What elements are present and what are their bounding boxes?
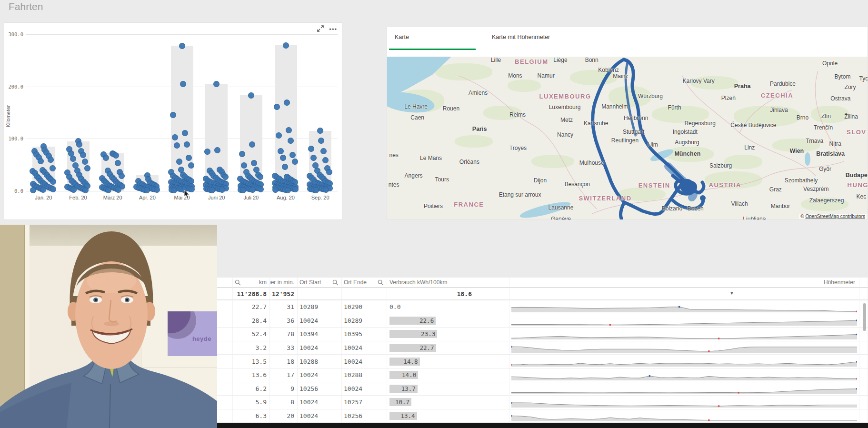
trip-data-point[interactable] bbox=[50, 165, 56, 171]
map-city-label: Linz bbox=[744, 144, 755, 151]
trip-data-point[interactable] bbox=[84, 165, 90, 171]
search-icon[interactable] bbox=[235, 279, 241, 286]
trip-data-point[interactable] bbox=[249, 187, 256, 193]
map-city-label: Bonn bbox=[585, 57, 599, 63]
trip-data-point[interactable] bbox=[274, 104, 280, 110]
trip-data-point[interactable] bbox=[40, 187, 46, 193]
cell-ort-start: 10394 bbox=[298, 328, 342, 341]
trip-data-point[interactable] bbox=[313, 187, 319, 193]
map-city-label: Metz bbox=[560, 117, 573, 123]
trip-data-point[interactable] bbox=[283, 42, 289, 49]
trip-data-point[interactable] bbox=[240, 187, 246, 193]
elevation-sparkline bbox=[511, 317, 857, 326]
header-hoehenmeter[interactable]: Höhenmeter bbox=[509, 278, 859, 288]
trip-data-point[interactable] bbox=[154, 187, 160, 193]
trip-data-point[interactable] bbox=[119, 173, 125, 179]
table-row[interactable]: 52.478103941039523.3 bbox=[194, 328, 868, 341]
trip-data-point[interactable] bbox=[320, 148, 327, 154]
trip-data-point[interactable] bbox=[115, 187, 121, 193]
table-row[interactable]: 5.98100241025710.7 bbox=[194, 396, 868, 409]
table-row[interactable]: 13.518102881002414.8 bbox=[194, 355, 868, 368]
verbrauch-bar: 13.7 bbox=[389, 385, 418, 393]
header-ort-start[interactable]: Ort Start bbox=[298, 278, 342, 288]
trip-data-point[interactable] bbox=[285, 187, 291, 193]
trip-data-point[interactable] bbox=[179, 43, 185, 49]
cell-ort-ende: 10288 bbox=[342, 368, 387, 382]
header-dauer[interactable]: Dauer in min. bbox=[270, 278, 298, 288]
trip-data-point[interactable] bbox=[144, 187, 150, 193]
table-row[interactable]: 6.29102561002413.7 bbox=[194, 382, 868, 396]
trip-data-point[interactable] bbox=[292, 159, 298, 165]
trip-data-point[interactable] bbox=[258, 186, 264, 192]
table-row[interactable]: 13.617100241028814.0 bbox=[194, 368, 868, 382]
trip-data-point[interactable] bbox=[80, 152, 86, 158]
search-icon[interactable] bbox=[332, 279, 339, 286]
trip-data-point[interactable] bbox=[280, 155, 286, 161]
osm-attribution-link[interactable]: OpenStreetMap contributors bbox=[805, 214, 865, 219]
trip-data-point[interactable] bbox=[249, 141, 255, 148]
search-icon[interactable] bbox=[378, 279, 384, 286]
trip-data-point[interactable] bbox=[248, 92, 254, 99]
trip-data-point[interactable] bbox=[292, 186, 299, 192]
trip-data-point[interactable] bbox=[180, 81, 186, 87]
horizontal-scrollbar[interactable] bbox=[194, 423, 868, 428]
trip-data-point[interactable] bbox=[222, 174, 229, 180]
trip-data-point[interactable] bbox=[50, 186, 56, 192]
trip-data-point[interactable] bbox=[171, 187, 177, 193]
sort-indicator-icon[interactable]: ▼ bbox=[729, 291, 734, 296]
trip-data-point[interactable] bbox=[50, 179, 56, 185]
trip-data-point[interactable] bbox=[284, 100, 290, 106]
map-city-label: Győr bbox=[819, 166, 831, 172]
trip-data-point[interactable] bbox=[172, 134, 178, 140]
table-row[interactable]: 22.73110289102900.0 bbox=[194, 300, 868, 314]
header-verbrauch[interactable]: Verbrauch kWh/100km bbox=[387, 278, 509, 288]
map-city-label: Tyc bbox=[859, 75, 868, 82]
trip-data-point[interactable] bbox=[239, 151, 245, 157]
trip-data-point[interactable] bbox=[70, 156, 76, 162]
trip-data-point[interactable] bbox=[76, 141, 82, 148]
table-row[interactable]: 3.233100241002422.7 bbox=[194, 341, 868, 355]
header-ort-ende[interactable]: Ort Ende bbox=[342, 278, 387, 288]
trip-data-point[interactable] bbox=[38, 158, 44, 164]
trip-data-point[interactable] bbox=[209, 187, 215, 193]
trip-data-point[interactable] bbox=[272, 187, 279, 193]
map-city-label: Reutlingen bbox=[611, 137, 639, 144]
chart-plot-area[interactable]: 0.0100.0200.0300.0Jan. 20Feb. 20März 20A… bbox=[4, 23, 343, 220]
trip-data-point[interactable] bbox=[48, 157, 54, 163]
trip-data-point[interactable] bbox=[82, 187, 89, 193]
map-tabbar: KarteKarte mit Höhenmeter bbox=[387, 27, 868, 57]
table-row[interactable]: 28.436100241028922.6 bbox=[194, 314, 868, 328]
trip-data-point[interactable] bbox=[326, 169, 332, 175]
map-canvas[interactable]: BELGIUMLUXEMBOURGFRANCECZECHIAAUSTRIASWI… bbox=[387, 57, 868, 220]
trip-data-point[interactable] bbox=[213, 81, 219, 87]
trip-data-point[interactable] bbox=[282, 164, 288, 170]
map-attribution[interactable]: © OpenStreetMap contributors bbox=[799, 214, 867, 219]
totals-hoehenmeter: ▼ bbox=[509, 288, 859, 300]
trip-data-point[interactable] bbox=[323, 187, 329, 193]
trip-data-point[interactable] bbox=[30, 187, 36, 193]
trip-data-point[interactable] bbox=[182, 130, 188, 136]
table-row[interactable]: 6.320100241025613.4 bbox=[194, 409, 868, 423]
x-tick-label: Aug. 20 bbox=[269, 195, 303, 200]
trip-data-point[interactable] bbox=[184, 141, 190, 148]
map-city-label: Ulm bbox=[648, 141, 658, 148]
trip-data-point[interactable] bbox=[105, 187, 111, 193]
map-country-label: CZECHIA bbox=[761, 91, 793, 99]
header-km[interactable]: km bbox=[233, 278, 270, 288]
tab-karte-hoehenmeter[interactable]: Karte mit Höhenmeter bbox=[485, 34, 576, 50]
trip-data-point[interactable] bbox=[113, 152, 119, 159]
trip-data-point[interactable] bbox=[257, 174, 263, 180]
cell-ort-start: 10288 bbox=[298, 355, 342, 368]
map-city-label: Mainz bbox=[613, 73, 628, 80]
trip-data-point[interactable] bbox=[188, 162, 194, 169]
map-city-label: Ostrava bbox=[830, 95, 850, 102]
trip-data-point[interactable] bbox=[70, 187, 77, 193]
cell-dauer: 17 bbox=[270, 368, 298, 382]
map-city-label: Heilbronn bbox=[624, 115, 648, 121]
map-country-label: HUNG bbox=[848, 181, 868, 189]
trip-data-point[interactable] bbox=[176, 159, 182, 165]
vertical-scrollbar[interactable] bbox=[863, 303, 866, 331]
trip-data-point[interactable] bbox=[219, 187, 225, 193]
trip-data-point[interactable] bbox=[322, 157, 329, 163]
tab-karte[interactable]: Karte bbox=[388, 34, 479, 50]
